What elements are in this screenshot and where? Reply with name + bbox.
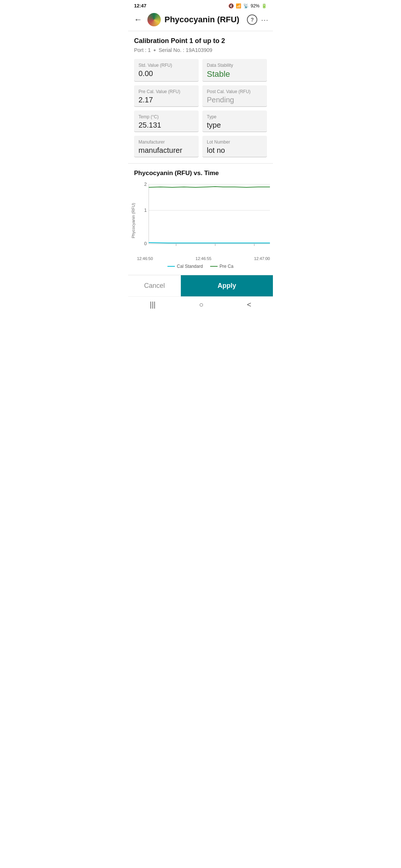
status-time: 12:47 bbox=[134, 3, 146, 9]
top-nav: ← Phycocyanin (RFU) ? ··· bbox=[128, 10, 273, 31]
bottom-buttons: Cancel Apply bbox=[128, 275, 273, 296]
chart-inner: 2 1 0 bbox=[137, 181, 270, 261]
page-title: Phycocyanin (RFU) bbox=[164, 15, 243, 24]
signal-icon: 📡 bbox=[243, 3, 249, 9]
svg-text:2: 2 bbox=[144, 182, 147, 187]
field-label-manufacturer: Manufacturer bbox=[138, 139, 194, 145]
back-button[interactable]: ← bbox=[133, 13, 144, 26]
battery-level: 92% bbox=[251, 3, 260, 9]
field-lot-number: Lot Number lot no bbox=[202, 136, 267, 157]
field-pre-cal: Pre Cal. Value (RFU) 2.17 bbox=[134, 85, 199, 107]
chart-x-label-1: 12:46:55 bbox=[196, 256, 212, 261]
calibration-title: Calibration Point 1 of up to 2 bbox=[134, 37, 267, 45]
cancel-button[interactable]: Cancel bbox=[128, 275, 181, 296]
chart-y-label: Phycocyanin (RFU) bbox=[131, 203, 136, 238]
wifi-icon: 📶 bbox=[236, 3, 241, 9]
more-button[interactable]: ··· bbox=[261, 16, 268, 24]
chart-x-label-0: 12:46:50 bbox=[137, 256, 153, 261]
field-label-post-cal: Post Cal. Value (RFU) bbox=[207, 89, 263, 94]
field-label-pre-cal: Pre Cal. Value (RFU) bbox=[138, 89, 194, 94]
chart-area: Phycocyanin (RFU) 2 1 0 bbox=[131, 181, 270, 261]
legend-cal-standard: Cal Standard bbox=[167, 264, 203, 269]
legend-line-cyan bbox=[167, 266, 175, 267]
chart-svg: 2 1 0 bbox=[137, 181, 270, 255]
calibration-subtitle: Port : 1 Serial No. : 19A103909 bbox=[134, 47, 267, 53]
field-data-stability: Data Stability Stable bbox=[202, 59, 267, 82]
field-value-data-stability: Stable bbox=[207, 69, 263, 79]
battery-icon: 🔋 bbox=[261, 3, 267, 9]
field-value-pre-cal: 2.17 bbox=[138, 96, 194, 104]
status-right-icons: 🔇 📶 📡 92% 🔋 bbox=[228, 3, 267, 9]
main-content: Calibration Point 1 of up to 2 Port : 1 … bbox=[128, 31, 273, 157]
bottom-nav-bar: ||| ○ < bbox=[128, 296, 273, 313]
field-manufacturer: Manufacturer manufacturer bbox=[134, 136, 199, 157]
fields-grid: Std. Value (RFU) 0.00 Data Stability Sta… bbox=[134, 59, 267, 157]
legend-label-pre-ca: Pre Ca bbox=[219, 264, 233, 269]
status-bar: 12:47 🔇 📶 📡 92% 🔋 bbox=[128, 0, 273, 10]
field-value-std-value: 0.00 bbox=[138, 69, 194, 78]
svg-text:1: 1 bbox=[144, 208, 147, 213]
chart-legend: Cal Standard Pre Ca bbox=[131, 264, 270, 269]
chart-container: Phycocyanin (RFU) 2 1 0 bbox=[128, 181, 273, 269]
field-label-type: Type bbox=[207, 114, 263, 119]
nav-home-icon[interactable]: ○ bbox=[199, 300, 203, 309]
field-label-std-value: Std. Value (RFU) bbox=[138, 63, 194, 68]
field-std-value: Std. Value (RFU) 0.00 bbox=[134, 59, 199, 82]
svg-text:0: 0 bbox=[144, 241, 147, 246]
field-post-cal: Post Cal. Value (RFU) Pending bbox=[202, 85, 267, 107]
field-value-lot-number: lot no bbox=[207, 146, 263, 155]
field-label-data-stability: Data Stability bbox=[207, 63, 263, 68]
chart-title: Phycocyanin (RFU) vs. Time bbox=[128, 170, 273, 177]
apply-button[interactable]: Apply bbox=[181, 275, 273, 296]
field-value-temp: 25.131 bbox=[138, 121, 194, 129]
chart-x-label-2: 12:47:00 bbox=[254, 256, 270, 261]
field-value-type: type bbox=[207, 121, 263, 129]
field-value-post-cal: Pending bbox=[207, 96, 263, 104]
subtitle-dot bbox=[154, 49, 156, 51]
chart-x-labels: 12:46:50 12:46:55 12:47:00 bbox=[137, 256, 270, 261]
serial-no-label: Serial No. : 19A103909 bbox=[159, 47, 212, 53]
port-label: Port : 1 bbox=[134, 47, 151, 53]
legend-pre-ca: Pre Ca bbox=[210, 264, 233, 269]
field-label-temp: Temp (°C) bbox=[138, 114, 194, 119]
field-value-manufacturer: manufacturer bbox=[138, 146, 194, 155]
field-type: Type type bbox=[202, 111, 267, 132]
nav-back-icon[interactable]: < bbox=[247, 300, 251, 309]
section-divider bbox=[128, 163, 273, 164]
help-button[interactable]: ? bbox=[247, 14, 257, 25]
field-temp: Temp (°C) 25.131 bbox=[134, 111, 199, 132]
legend-line-green bbox=[210, 266, 218, 267]
nav-menu-icon[interactable]: ||| bbox=[150, 300, 156, 309]
app-icon bbox=[147, 13, 161, 26]
field-label-lot-number: Lot Number bbox=[207, 139, 263, 145]
legend-label-cal-standard: Cal Standard bbox=[177, 264, 203, 269]
mute-icon: 🔇 bbox=[228, 3, 234, 9]
